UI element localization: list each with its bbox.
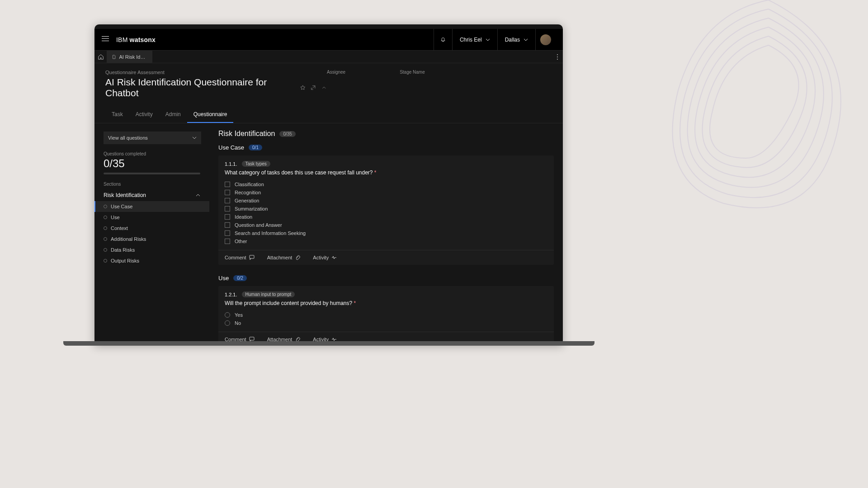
sidebar-item-use-case[interactable]: Use Case <box>94 201 209 212</box>
sidebar-item-label: Output Risks <box>111 258 139 263</box>
option-classification[interactable]: Classification <box>225 180 547 188</box>
home-button[interactable] <box>94 51 107 63</box>
comment-button[interactable]: Comment <box>225 255 255 260</box>
required-indicator: * <box>354 300 356 306</box>
tab-questionnaire[interactable]: Questionnaire <box>187 107 234 123</box>
page-title: AI Risk Identification Questionnaire for… <box>105 77 295 99</box>
option-label: Generation <box>235 198 259 203</box>
question-options: ClassificationRecognitionGenerationSumma… <box>218 180 554 250</box>
group-title: Use <box>218 275 229 282</box>
option-label: Classification <box>235 182 264 187</box>
option-other[interactable]: Other <box>225 237 547 245</box>
sidebar-item-label: Use Case <box>111 204 132 209</box>
option-label: Other <box>235 239 247 244</box>
document-tab[interactable]: AI Risk Ident… <box>107 51 152 63</box>
chevron-down-icon <box>524 38 528 42</box>
question-tag: Human input to prompt <box>242 291 295 297</box>
sidebar-item-data-risks[interactable]: Data Risks <box>94 244 209 255</box>
group-badge: 0/1 <box>249 145 262 150</box>
main-title: Risk Identification <box>218 130 275 138</box>
bell-icon <box>440 37 446 42</box>
star-icon[interactable] <box>300 84 306 91</box>
sidebar-item-label: Use <box>111 215 120 220</box>
progress-bar <box>104 173 200 174</box>
header-meta: Assignee Stage Name <box>327 70 552 99</box>
status-dot-icon <box>104 216 107 219</box>
svg-rect-4 <box>250 337 254 340</box>
option-label: Summarization <box>235 206 268 211</box>
checkbox-icon <box>225 206 230 211</box>
option-generation[interactable]: Generation <box>225 197 547 205</box>
brand-prefix: IBM <box>116 36 130 43</box>
chevron-up-icon <box>196 193 200 197</box>
group-title: Use Case <box>218 144 244 151</box>
avatar-cell[interactable] <box>535 29 556 50</box>
svg-rect-3 <box>250 255 254 258</box>
topbar: IBM watsonx Chris Eel Dallas <box>94 29 563 51</box>
region-name: Dallas <box>505 37 520 43</box>
status-dot-icon <box>104 248 107 252</box>
completed-label: Questions completed <box>104 151 200 156</box>
sidebar-item-use[interactable]: Use <box>94 212 209 223</box>
status-dot-icon <box>104 237 107 241</box>
option-label: Search and Information Seeking <box>235 230 306 236</box>
notifications-button[interactable] <box>434 29 452 50</box>
radio-icon <box>225 320 230 326</box>
required-indicator: * <box>374 169 377 176</box>
question-options: YesNo <box>218 311 554 332</box>
question-footer: CommentAttachmentActivity <box>218 250 554 265</box>
user-menu[interactable]: Chris Eel <box>452 29 497 50</box>
option-question-and-answer[interactable]: Question and Answer <box>225 221 547 229</box>
decorative-swirl <box>633 0 868 249</box>
sidebar-item-context[interactable]: Context <box>94 223 209 234</box>
sidebar: View all questions Questions completed 0… <box>94 123 209 345</box>
activity-button[interactable]: Activity <box>313 255 337 260</box>
attachment-icon <box>295 255 300 260</box>
option-label: Recognition <box>235 190 261 195</box>
chevron-down-icon <box>486 38 490 42</box>
view-dropdown[interactable]: View all questions <box>104 131 201 144</box>
svg-point-1 <box>557 56 558 57</box>
option-label: Yes <box>235 312 243 318</box>
document-icon <box>112 54 116 60</box>
hamburger-menu[interactable] <box>102 36 109 43</box>
body: View all questions Questions completed 0… <box>94 123 563 345</box>
radio-icon <box>225 312 230 318</box>
section-header[interactable]: Risk Identification <box>94 189 209 201</box>
sidebar-item-label: Additional Risks <box>111 236 146 242</box>
option-no[interactable]: No <box>225 319 547 327</box>
option-ideation[interactable]: Ideation <box>225 213 547 221</box>
checkbox-icon <box>225 239 230 244</box>
laptop-frame: IBM watsonx Chris Eel Dallas <box>94 24 563 345</box>
option-recognition[interactable]: Recognition <box>225 188 547 197</box>
document-tabbar: AI Risk Ident… <box>94 51 563 63</box>
tab-task[interactable]: Task <box>105 107 129 123</box>
sidebar-item-output-risks[interactable]: Output Risks <box>94 255 209 266</box>
checkbox-icon <box>225 182 230 187</box>
question-card: 1.1.1.Task typesWhat category of tasks d… <box>218 155 554 265</box>
topbar-right: Chris Eel Dallas <box>434 29 556 50</box>
option-yes[interactable]: Yes <box>225 311 547 319</box>
status-dot-icon <box>104 205 107 208</box>
option-search-and-information-seeking[interactable]: Search and Information Seeking <box>225 229 547 237</box>
region-menu[interactable]: Dallas <box>497 29 535 50</box>
tab-activity[interactable]: Activity <box>129 107 159 123</box>
attachment-button[interactable]: Attachment <box>267 255 301 260</box>
tab-admin[interactable]: Admin <box>159 107 187 123</box>
chevron-up-icon[interactable] <box>321 84 327 91</box>
option-label: No <box>235 320 241 326</box>
question-text: What category of tasks does this use cas… <box>218 169 554 176</box>
sidebar-item-additional-risks[interactable]: Additional Risks <box>94 234 209 244</box>
document-tab-label: AI Risk Ident… <box>119 54 148 60</box>
overflow-menu[interactable] <box>552 51 563 63</box>
checkbox-icon <box>225 190 230 195</box>
activity-icon <box>331 255 337 260</box>
option-summarization[interactable]: Summarization <box>225 205 547 213</box>
kebab-icon <box>557 54 558 60</box>
brand-product: watsonx <box>130 36 156 43</box>
comment-icon <box>249 255 255 260</box>
launch-icon[interactable] <box>310 84 316 91</box>
question-card: 1.2.1.Human input to promptWill the prom… <box>218 286 554 345</box>
app-root: IBM watsonx Chris Eel Dallas <box>94 29 563 345</box>
sidebar-item-label: Data Risks <box>111 247 135 253</box>
